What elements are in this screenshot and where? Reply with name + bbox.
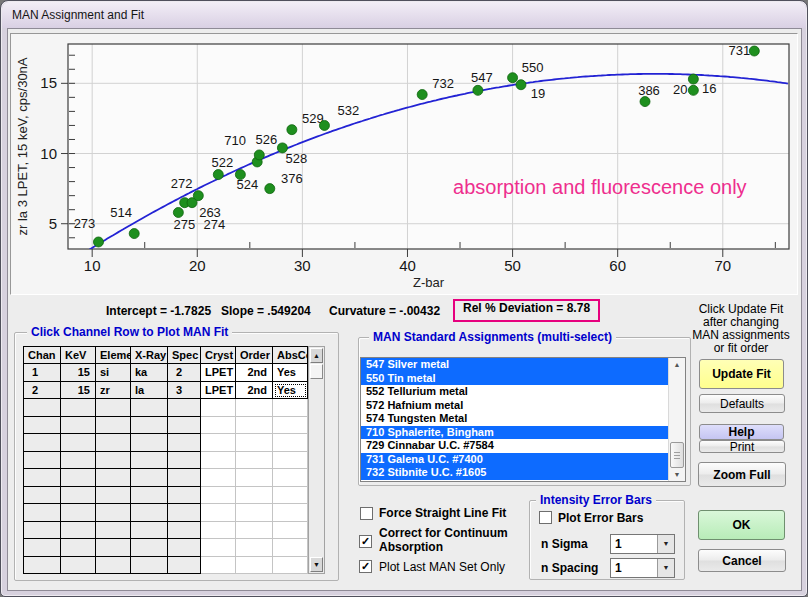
scroll-down-icon[interactable]: ▼ [669, 471, 685, 478]
empty-cell[interactable] [168, 469, 201, 487]
empty-cell[interactable] [273, 487, 308, 505]
empty-cell[interactable] [236, 557, 273, 575]
help-button[interactable]: Help [699, 424, 784, 440]
chevron-down-icon[interactable]: ▼ [657, 535, 674, 553]
empty-cell[interactable] [131, 522, 168, 540]
column-header-kev[interactable]: KeV [61, 347, 96, 364]
empty-cell[interactable] [61, 434, 96, 452]
empty-cell[interactable] [168, 434, 201, 452]
empty-cell[interactable] [61, 522, 96, 540]
listbox-scrollbar[interactable]: ▲ ▼ [668, 358, 685, 481]
empty-cell[interactable] [236, 452, 273, 470]
channel-row-1-cell[interactable]: 2nd [236, 364, 273, 382]
empty-cell[interactable] [131, 452, 168, 470]
empty-cell[interactable] [273, 469, 308, 487]
channel-row-1-cell[interactable]: LPET [201, 364, 236, 382]
empty-cell[interactable] [24, 522, 61, 540]
empty-cell[interactable] [131, 557, 168, 575]
column-header-cryst[interactable]: Cryst [201, 347, 236, 364]
empty-cell[interactable] [24, 452, 61, 470]
empty-cell[interactable] [236, 522, 273, 540]
channel-row-2-cell[interactable]: LPET [201, 382, 236, 400]
empty-cell[interactable] [168, 504, 201, 522]
channel-grid[interactable]: ChanKeVElementX-RaySpecCrystOrderAbsCorr… [23, 346, 308, 574]
empty-cell[interactable] [24, 487, 61, 505]
empty-cell[interactable] [168, 417, 201, 435]
plot-error-bars-checkbox[interactable] [539, 511, 552, 524]
empty-cell[interactable] [61, 504, 96, 522]
force-straight-line-checkbox[interactable] [360, 507, 373, 520]
empty-cell[interactable] [131, 539, 168, 557]
cancel-button[interactable]: Cancel [698, 549, 786, 572]
title-bar[interactable]: MAN Assignment and Fit [2, 2, 806, 28]
empty-cell[interactable] [273, 539, 308, 557]
channel-grid-scrollbar[interactable]: ▲ ▼ [308, 346, 325, 574]
update-fit-button[interactable]: Update Fit [699, 359, 784, 389]
channel-row-1-cell[interactable]: 2 [168, 364, 201, 382]
column-header-spec[interactable]: Spec [168, 347, 201, 364]
empty-cell[interactable] [61, 452, 96, 470]
empty-cell[interactable] [131, 434, 168, 452]
empty-cell[interactable] [24, 417, 61, 435]
empty-cell[interactable] [131, 417, 168, 435]
empty-cell[interactable] [168, 557, 201, 575]
scroll-up-icon[interactable]: ▲ [669, 361, 685, 368]
empty-cell[interactable] [201, 539, 236, 557]
empty-cell[interactable] [96, 399, 131, 417]
empty-cell[interactable] [273, 452, 308, 470]
empty-cell[interactable] [24, 539, 61, 557]
scrollbar-thumb[interactable] [310, 364, 323, 379]
empty-cell[interactable] [96, 539, 131, 557]
defaults-button[interactable]: Defaults [699, 394, 785, 413]
empty-cell[interactable] [201, 487, 236, 505]
empty-cell[interactable] [273, 434, 308, 452]
empty-cell[interactable] [96, 434, 131, 452]
empty-cell[interactable] [24, 434, 61, 452]
n-sigma-select[interactable]: 1 ▼ [610, 534, 675, 554]
empty-cell[interactable] [201, 434, 236, 452]
empty-cell[interactable] [24, 557, 61, 575]
n-spacing-select[interactable]: 1 ▼ [610, 558, 675, 578]
channel-row-2-cell[interactable]: 2nd [236, 382, 273, 400]
empty-cell[interactable] [273, 504, 308, 522]
man-std-item-731[interactable]: 731 Galena U.C. #7400 [361, 453, 685, 467]
empty-cell[interactable] [201, 504, 236, 522]
man-std-item-547[interactable]: 547 Silver metal [361, 358, 685, 372]
column-header-chan[interactable]: Chan [24, 347, 61, 364]
scroll-up-icon[interactable]: ▲ [310, 348, 323, 363]
man-std-item-572[interactable]: 572 Hafnium metal [361, 399, 685, 413]
zoom-full-button[interactable]: Zoom Full [698, 462, 786, 487]
empty-cell[interactable] [131, 487, 168, 505]
channel-row-2-cell[interactable]: Yes [273, 382, 308, 400]
channel-row-2-cell[interactable]: la [131, 382, 168, 400]
empty-cell[interactable] [236, 469, 273, 487]
plot-last-man-set-checkbox[interactable]: ✓ [359, 560, 372, 573]
empty-cell[interactable] [201, 399, 236, 417]
empty-cell[interactable] [96, 469, 131, 487]
empty-cell[interactable] [131, 504, 168, 522]
channel-row-1-cell[interactable]: ka [131, 364, 168, 382]
continuum-absorption-checkbox[interactable]: ✓ [359, 535, 372, 548]
empty-cell[interactable] [168, 539, 201, 557]
channel-row-2-cell[interactable]: 2 [24, 382, 61, 400]
column-header-element[interactable]: Element [96, 347, 131, 364]
empty-cell[interactable] [96, 452, 131, 470]
column-header-order[interactable]: Order [236, 347, 273, 364]
empty-cell[interactable] [201, 469, 236, 487]
empty-cell[interactable] [131, 469, 168, 487]
scroll-down-icon[interactable]: ▼ [310, 557, 323, 572]
empty-cell[interactable] [96, 417, 131, 435]
empty-cell[interactable] [273, 417, 308, 435]
column-header-x-ray[interactable]: X-Ray [131, 347, 168, 364]
empty-cell[interactable] [236, 399, 273, 417]
channel-row-2-cell[interactable]: 3 [168, 382, 201, 400]
empty-cell[interactable] [61, 399, 96, 417]
empty-cell[interactable] [201, 452, 236, 470]
empty-cell[interactable] [61, 539, 96, 557]
ok-button[interactable]: OK [698, 510, 785, 540]
empty-cell[interactable] [201, 557, 236, 575]
empty-cell[interactable] [236, 434, 273, 452]
scrollbar-thumb[interactable] [670, 442, 684, 468]
channel-row-1-cell[interactable]: Yes [273, 364, 308, 382]
man-std-item-574[interactable]: 574 Tungsten Metal [361, 412, 685, 426]
